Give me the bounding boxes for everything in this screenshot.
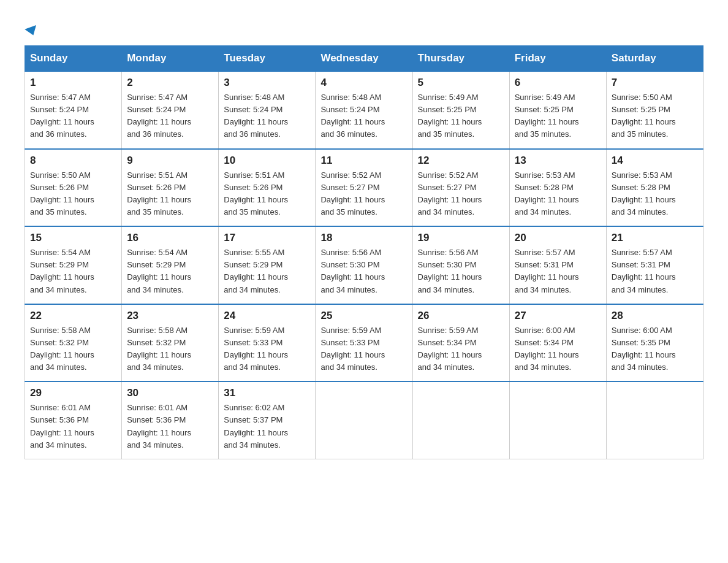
day-headers-row: SundayMondayTuesdayWednesdayThursdayFrid… xyxy=(25,46,703,72)
calendar-cell: 15 Sunrise: 5:54 AM Sunset: 5:29 PM Dayl… xyxy=(25,226,122,304)
day-info: Sunrise: 5:59 AM Sunset: 5:33 PM Dayligh… xyxy=(320,324,407,374)
day-info: Sunrise: 5:56 AM Sunset: 5:30 PM Dayligh… xyxy=(418,247,504,296)
calendar-cell: 5 Sunrise: 5:49 AM Sunset: 5:25 PM Dayli… xyxy=(412,71,509,149)
calendar-cell: 4 Sunrise: 5:48 AM Sunset: 5:24 PM Dayli… xyxy=(316,71,412,149)
day-number: 15 xyxy=(30,232,116,244)
calendar-cell: 3 Sunrise: 5:48 AM Sunset: 5:24 PM Dayli… xyxy=(219,71,316,149)
day-info: Sunrise: 5:50 AM Sunset: 5:26 PM Dayligh… xyxy=(30,169,116,219)
day-number: 29 xyxy=(30,387,116,399)
day-info: Sunrise: 6:01 AM Sunset: 5:36 PM Dayligh… xyxy=(127,402,213,451)
day-info: Sunrise: 5:59 AM Sunset: 5:33 PM Dayligh… xyxy=(224,324,310,374)
calendar-cell: 18 Sunrise: 5:56 AM Sunset: 5:30 PM Dayl… xyxy=(316,226,412,304)
day-number: 4 xyxy=(320,77,407,89)
day-info: Sunrise: 5:53 AM Sunset: 5:28 PM Dayligh… xyxy=(612,169,698,219)
day-number: 12 xyxy=(418,155,504,167)
day-info: Sunrise: 5:54 AM Sunset: 5:29 PM Dayligh… xyxy=(30,247,116,296)
day-number: 10 xyxy=(224,155,310,167)
logo-general-line xyxy=(25,18,38,38)
calendar-cell: 14 Sunrise: 5:53 AM Sunset: 5:28 PM Dayl… xyxy=(606,149,703,227)
day-number: 22 xyxy=(30,310,116,322)
calendar-cell: 1 Sunrise: 5:47 AM Sunset: 5:24 PM Dayli… xyxy=(25,71,122,149)
day-number: 18 xyxy=(320,232,407,244)
day-number: 16 xyxy=(127,232,213,244)
day-info: Sunrise: 6:02 AM Sunset: 5:37 PM Dayligh… xyxy=(224,402,310,451)
calendar-table: SundayMondayTuesdayWednesdayThursdayFrid… xyxy=(25,45,703,459)
day-header-sunday: Sunday xyxy=(25,46,122,72)
calendar-cell: 26 Sunrise: 5:59 AM Sunset: 5:34 PM Dayl… xyxy=(412,304,509,382)
day-number: 19 xyxy=(418,232,504,244)
day-info: Sunrise: 5:48 AM Sunset: 5:24 PM Dayligh… xyxy=(320,91,407,141)
day-info: Sunrise: 6:00 AM Sunset: 5:34 PM Dayligh… xyxy=(515,324,601,374)
day-number: 5 xyxy=(418,77,504,89)
day-info: Sunrise: 5:51 AM Sunset: 5:26 PM Dayligh… xyxy=(224,169,310,219)
day-header-saturday: Saturday xyxy=(606,46,703,72)
calendar-cell xyxy=(606,381,703,459)
day-number: 23 xyxy=(127,310,213,322)
day-info: Sunrise: 5:57 AM Sunset: 5:31 PM Dayligh… xyxy=(515,247,601,296)
calendar-cell: 19 Sunrise: 5:56 AM Sunset: 5:30 PM Dayl… xyxy=(412,226,509,304)
day-number: 7 xyxy=(612,77,698,89)
calendar-cell xyxy=(316,381,412,459)
calendar-week-row: 8 Sunrise: 5:50 AM Sunset: 5:26 PM Dayli… xyxy=(25,149,703,227)
calendar-week-row: 15 Sunrise: 5:54 AM Sunset: 5:29 PM Dayl… xyxy=(25,226,703,304)
calendar-week-row: 22 Sunrise: 5:58 AM Sunset: 5:32 PM Dayl… xyxy=(25,304,703,382)
day-info: Sunrise: 5:58 AM Sunset: 5:32 PM Dayligh… xyxy=(127,324,213,374)
day-header-wednesday: Wednesday xyxy=(316,46,412,72)
calendar-cell: 12 Sunrise: 5:52 AM Sunset: 5:27 PM Dayl… xyxy=(412,149,509,227)
day-number: 27 xyxy=(515,310,601,322)
day-info: Sunrise: 5:50 AM Sunset: 5:25 PM Dayligh… xyxy=(612,91,698,141)
day-info: Sunrise: 5:49 AM Sunset: 5:25 PM Dayligh… xyxy=(418,91,504,141)
calendar-cell: 24 Sunrise: 5:59 AM Sunset: 5:33 PM Dayl… xyxy=(219,304,316,382)
calendar-cell: 9 Sunrise: 5:51 AM Sunset: 5:26 PM Dayli… xyxy=(122,149,219,227)
day-info: Sunrise: 5:47 AM Sunset: 5:24 PM Dayligh… xyxy=(127,91,213,141)
calendar-cell: 23 Sunrise: 5:58 AM Sunset: 5:32 PM Dayl… xyxy=(122,304,219,382)
calendar-cell: 22 Sunrise: 5:58 AM Sunset: 5:32 PM Dayl… xyxy=(25,304,122,382)
day-info: Sunrise: 5:52 AM Sunset: 5:27 PM Dayligh… xyxy=(320,169,407,219)
calendar-cell: 17 Sunrise: 5:55 AM Sunset: 5:29 PM Dayl… xyxy=(219,226,316,304)
day-number: 28 xyxy=(612,310,698,322)
calendar-cell: 28 Sunrise: 6:00 AM Sunset: 5:35 PM Dayl… xyxy=(606,304,703,382)
day-info: Sunrise: 6:00 AM Sunset: 5:35 PM Dayligh… xyxy=(612,324,698,374)
day-number: 13 xyxy=(515,155,601,167)
calendar-cell: 11 Sunrise: 5:52 AM Sunset: 5:27 PM Dayl… xyxy=(316,149,412,227)
page-header xyxy=(25,18,703,38)
calendar-cell: 20 Sunrise: 5:57 AM Sunset: 5:31 PM Dayl… xyxy=(509,226,606,304)
calendar-cell: 16 Sunrise: 5:54 AM Sunset: 5:29 PM Dayl… xyxy=(122,226,219,304)
calendar-cell: 21 Sunrise: 5:57 AM Sunset: 5:31 PM Dayl… xyxy=(606,226,703,304)
day-number: 21 xyxy=(612,232,698,244)
day-info: Sunrise: 5:53 AM Sunset: 5:28 PM Dayligh… xyxy=(515,169,601,219)
calendar-cell xyxy=(412,381,509,459)
day-header-thursday: Thursday xyxy=(412,46,509,72)
day-info: Sunrise: 5:56 AM Sunset: 5:30 PM Dayligh… xyxy=(320,247,407,296)
day-number: 11 xyxy=(320,155,407,167)
calendar-cell: 10 Sunrise: 5:51 AM Sunset: 5:26 PM Dayl… xyxy=(219,149,316,227)
day-info: Sunrise: 5:55 AM Sunset: 5:29 PM Dayligh… xyxy=(224,247,310,296)
calendar-week-row: 29 Sunrise: 6:01 AM Sunset: 5:36 PM Dayl… xyxy=(25,381,703,459)
day-number: 17 xyxy=(224,232,310,244)
calendar-cell: 2 Sunrise: 5:47 AM Sunset: 5:24 PM Dayli… xyxy=(122,71,219,149)
calendar-cell: 29 Sunrise: 6:01 AM Sunset: 5:36 PM Dayl… xyxy=(25,381,122,459)
day-number: 31 xyxy=(224,387,310,399)
day-number: 24 xyxy=(224,310,310,322)
calendar-cell: 30 Sunrise: 6:01 AM Sunset: 5:36 PM Dayl… xyxy=(122,381,219,459)
day-info: Sunrise: 5:47 AM Sunset: 5:24 PM Dayligh… xyxy=(30,91,116,141)
calendar-cell: 27 Sunrise: 6:00 AM Sunset: 5:34 PM Dayl… xyxy=(509,304,606,382)
day-number: 1 xyxy=(30,77,116,89)
day-number: 9 xyxy=(127,155,213,167)
calendar-body: 1 Sunrise: 5:47 AM Sunset: 5:24 PM Dayli… xyxy=(25,71,703,459)
day-number: 30 xyxy=(127,387,213,399)
calendar-cell: 6 Sunrise: 5:49 AM Sunset: 5:25 PM Dayli… xyxy=(509,71,606,149)
calendar-cell: 25 Sunrise: 5:59 AM Sunset: 5:33 PM Dayl… xyxy=(316,304,412,382)
calendar-cell: 8 Sunrise: 5:50 AM Sunset: 5:26 PM Dayli… xyxy=(25,149,122,227)
day-info: Sunrise: 5:52 AM Sunset: 5:27 PM Dayligh… xyxy=(418,169,504,219)
day-number: 2 xyxy=(127,77,213,89)
day-header-friday: Friday xyxy=(509,46,606,72)
day-info: Sunrise: 5:49 AM Sunset: 5:25 PM Dayligh… xyxy=(515,91,601,141)
day-info: Sunrise: 6:01 AM Sunset: 5:36 PM Dayligh… xyxy=(30,402,116,451)
day-header-monday: Monday xyxy=(122,46,219,72)
day-info: Sunrise: 5:48 AM Sunset: 5:24 PM Dayligh… xyxy=(224,91,310,141)
calendar-cell xyxy=(509,381,606,459)
calendar-cell: 7 Sunrise: 5:50 AM Sunset: 5:25 PM Dayli… xyxy=(606,71,703,149)
calendar-header: SundayMondayTuesdayWednesdayThursdayFrid… xyxy=(25,46,703,72)
day-number: 6 xyxy=(515,77,601,89)
